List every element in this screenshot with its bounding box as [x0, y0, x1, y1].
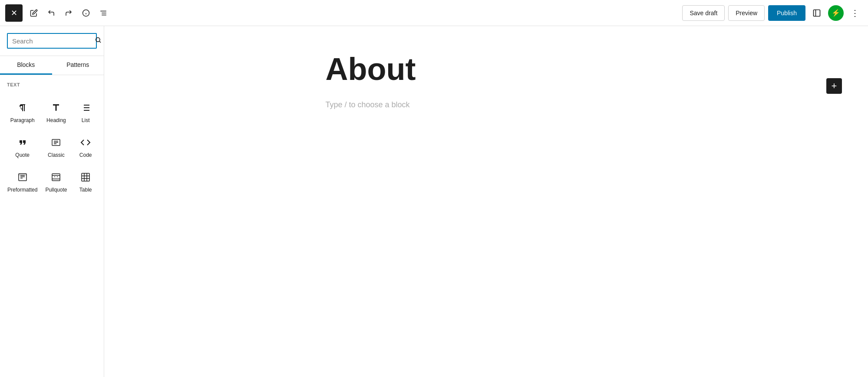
page-title[interactable]: About [326, 52, 647, 86]
block-label-table: Table [79, 187, 92, 193]
classic-icon [51, 136, 61, 149]
block-item-code[interactable]: Code [71, 129, 100, 164]
add-block-button[interactable]: + [826, 78, 842, 94]
edit-icon [30, 9, 38, 17]
block-label-quote: Quote [15, 152, 30, 158]
heading-icon [51, 102, 61, 114]
block-label-list: List [82, 117, 90, 123]
preformatted-icon [17, 171, 28, 183]
block-item-heading[interactable]: Heading [41, 94, 71, 129]
search-input[interactable] [12, 37, 95, 45]
wp-icon: ⚡ [828, 5, 844, 21]
block-label-pullquote: Pullquote [45, 187, 67, 193]
info-button[interactable] [78, 5, 94, 21]
block-item-pullquote[interactable]: Pullquote [41, 164, 71, 198]
pullquote-icon [51, 171, 61, 183]
block-label-paragraph: Paragraph [10, 117, 35, 123]
block-label-heading: Heading [46, 117, 66, 123]
block-item-quote[interactable]: Quote [3, 129, 41, 164]
edit-icon-button[interactable] [26, 5, 42, 21]
redo-button[interactable] [61, 5, 76, 21]
publish-button[interactable]: Publish [768, 5, 805, 21]
main-layout: Blocks Patterns TEXT Paragraph Heading [0, 26, 868, 377]
undo-button[interactable] [43, 5, 59, 21]
sidebar-toggle-icon [812, 9, 821, 17]
list-view-button[interactable] [96, 5, 111, 21]
preview-button[interactable]: Preview [728, 5, 765, 21]
search-wrapper [0, 26, 104, 56]
block-item-list[interactable]: List [71, 94, 100, 129]
editor-area: About Type / to choose a block + [104, 26, 868, 377]
paragraph-icon [17, 102, 28, 114]
search-box [7, 33, 97, 49]
info-icon [82, 9, 90, 17]
quote-icon [17, 136, 28, 149]
placeholder-text: Type / to choose a block [326, 100, 647, 109]
more-options-button[interactable]: ⋮ [847, 5, 863, 21]
block-label-preformatted: Preformatted [7, 187, 37, 193]
svg-rect-25 [52, 174, 60, 181]
toolbar-left: ✕ [5, 4, 682, 22]
tab-patterns[interactable]: Patterns [52, 56, 104, 75]
block-item-classic[interactable]: Classic [41, 129, 71, 164]
list-view-icon [99, 9, 107, 17]
block-label-classic: Classic [48, 152, 65, 158]
code-icon [80, 136, 91, 149]
editor-content: About Type / to choose a block [308, 52, 664, 109]
save-draft-button[interactable]: Save draft [682, 5, 725, 21]
svg-rect-30 [82, 173, 89, 181]
sidebar: Blocks Patterns TEXT Paragraph Heading [0, 26, 104, 377]
table-icon [80, 171, 91, 183]
block-item-paragraph[interactable]: Paragraph [3, 94, 41, 129]
svg-point-8 [96, 38, 100, 42]
svg-rect-6 [814, 10, 820, 16]
svg-rect-24 [19, 174, 26, 175]
undo-icon [47, 9, 55, 17]
redo-icon [65, 9, 73, 17]
block-item-preformatted[interactable]: Preformatted [3, 164, 41, 198]
category-label-text: TEXT [0, 75, 104, 91]
blocks-grid: Paragraph Heading List [0, 91, 104, 202]
tabs: Blocks Patterns [0, 56, 104, 75]
tab-blocks[interactable]: Blocks [0, 56, 52, 75]
sidebar-toggle-button[interactable] [809, 5, 825, 21]
svg-line-9 [99, 41, 101, 43]
list-icon [80, 102, 91, 114]
block-label-code: Code [79, 152, 92, 158]
block-item-table[interactable]: Table [71, 164, 100, 198]
search-icon [95, 36, 102, 45]
close-button[interactable]: ✕ [5, 4, 23, 22]
toolbar-right: Save draft Preview Publish ⚡ ⋮ [682, 5, 863, 21]
toolbar: ✕ Save draft Preview Publish ⚡ ⋮ [0, 0, 868, 26]
